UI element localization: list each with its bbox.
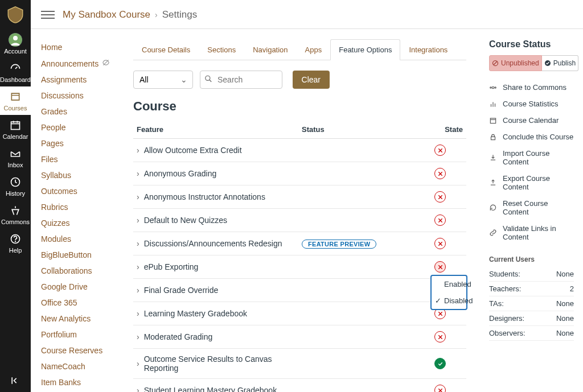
course-nav-item[interactable]: Home [41,39,120,55]
course-nav-item[interactable]: Portfolium [41,327,120,343]
course-nav-item[interactable]: Syllabus [41,167,120,183]
svg-point-39 [495,86,496,88]
nav-label: Commons [1,218,30,225]
course-nav-item[interactable]: BigBlueButton [41,247,120,263]
nav-label: Calendar [3,133,28,140]
svg-line-13 [210,80,212,82]
main-content: Course DetailsSectionsNavigationAppsFeat… [128,29,483,392]
user-role: Teachers: [489,282,546,296]
user-role: Observers: [489,326,546,341]
sidebar-link[interactable]: Validate Links in Content [489,220,574,245]
sidebar-link[interactable]: Course Statistics [489,96,574,112]
state-toggle[interactable] [434,214,446,226]
hamburger-menu[interactable] [41,8,55,22]
nav-calendar[interactable]: Calendar [0,115,31,143]
chevron-right-icon[interactable]: › [137,286,139,295]
nav-help[interactable]: Help [0,229,31,257]
sidebar-link[interactable]: Import Course Content [489,145,574,170]
feature-name: Student Learning Mastery Gradebook [144,386,277,392]
course-nav-item[interactable]: NameCoach [41,358,120,374]
svg-point-9 [15,241,16,242]
course-nav-item[interactable]: Modules [41,231,120,247]
clear-button[interactable]: Clear [293,71,330,89]
course-nav-item[interactable]: Files [41,151,120,167]
col-state: State [434,125,463,134]
course-nav-item[interactable]: People [41,119,120,135]
state-toggle[interactable] [434,168,446,179]
nav-commons[interactable]: Commons [0,200,31,229]
course-nav-item[interactable]: Item Banks [41,374,120,390]
chevron-right-icon[interactable]: › [137,216,139,225]
filter-select[interactable]: All [133,71,193,89]
chevron-right-icon[interactable]: › [137,169,139,178]
tab[interactable]: Integrations [400,39,456,60]
nav-history[interactable]: History [0,172,31,200]
course-nav-item[interactable]: Outcomes [41,183,120,199]
tab[interactable]: Feature Options [330,39,400,60]
course-nav-item[interactable]: Google Drive [41,279,120,295]
tab[interactable]: Apps [297,39,331,60]
svg-point-12 [206,76,210,80]
breadcrumb-course[interactable]: My Sandbox Course [63,9,150,20]
state-toggle[interactable] [434,358,446,369]
user-role: Designers: [489,311,546,326]
user-row: TAs:None [489,296,574,311]
feature-name: Anonymous Instructor Annotations [144,192,265,201]
feature-row: ›Anonymous Instructor Annotations [133,185,466,209]
sidebar-link-label: Conclude this Course [503,133,573,141]
course-nav-item[interactable]: Office 365 [41,295,120,311]
course-nav-item[interactable]: Announcements [41,55,120,72]
user-row: Observers:None [489,326,574,341]
nav-dashboard[interactable]: Dashboard [0,58,31,86]
state-toggle[interactable] [434,331,446,343]
course-nav-item[interactable]: Pages [41,135,120,151]
chevron-right-icon[interactable]: › [137,332,139,341]
chevron-right-icon[interactable]: › [137,359,139,368]
sidebar-link-label: Import Course Content [503,149,574,166]
state-toggle[interactable] [434,385,446,392]
chevron-right-icon[interactable]: › [137,192,139,201]
course-nav-item[interactable]: Rubrics [41,199,120,215]
check-icon: ✓ [435,296,441,305]
course-nav-item[interactable]: New Analytics [41,311,120,327]
institution-logo[interactable] [4,3,27,26]
nav-inbox[interactable]: Inbox [0,143,31,172]
sidebar-link[interactable]: Course Calendar [489,112,574,129]
course-nav-item[interactable]: Discussions [41,88,120,104]
course-nav-item[interactable]: Assignments [41,72,120,88]
chevron-right-icon[interactable]: › [137,262,139,271]
dropdown-option-enabled[interactable]: Enabled [432,276,466,292]
nav-courses[interactable]: Courses [0,86,31,115]
sidebar-link[interactable]: Export Course Content [489,170,574,195]
feature-row: ›Learning Mastery Gradebook [133,302,466,325]
course-nav-item[interactable]: Collaborations [41,263,120,279]
avatar-icon [9,33,22,47]
feature-name: Final Grade Override [144,286,219,295]
publish-button[interactable]: Publish [542,55,578,71]
state-toggle[interactable] [434,238,446,249]
course-nav-item[interactable]: Course Reserves [41,343,120,358]
state-toggle[interactable] [434,261,446,273]
course-nav-item[interactable]: Quizzes [41,215,120,231]
nav-account[interactable]: Account [0,30,31,58]
course-status-title: Course Status [489,39,574,49]
state-toggle[interactable] [434,145,446,156]
global-nav: Account Dashboard Courses Calendar Inbox… [0,0,31,392]
sidebar-link[interactable]: Conclude this Course [489,129,574,145]
search-icon [204,75,212,85]
chevron-right-icon[interactable]: › [137,309,139,318]
collapse-nav-button[interactable] [0,369,31,392]
tab[interactable]: Navigation [244,39,296,60]
unpublished-button[interactable]: Unpublished [489,55,542,71]
chevron-right-icon[interactable]: › [137,146,139,155]
dropdown-option-disabled[interactable]: ✓Disabled [432,292,466,309]
tab[interactable]: Sections [199,39,244,60]
tab[interactable]: Course Details [133,39,199,60]
chevron-right-icon[interactable]: › [137,386,139,392]
state-toggle[interactable] [434,191,446,203]
sidebar-link[interactable]: Reset Course Content [489,195,574,220]
sidebar-link[interactable]: Share to Commons [489,79,574,96]
course-nav-item[interactable]: Grades [41,104,120,119]
sidebar-link-label: Course Statistics [503,100,559,108]
chevron-right-icon[interactable]: › [137,239,139,248]
